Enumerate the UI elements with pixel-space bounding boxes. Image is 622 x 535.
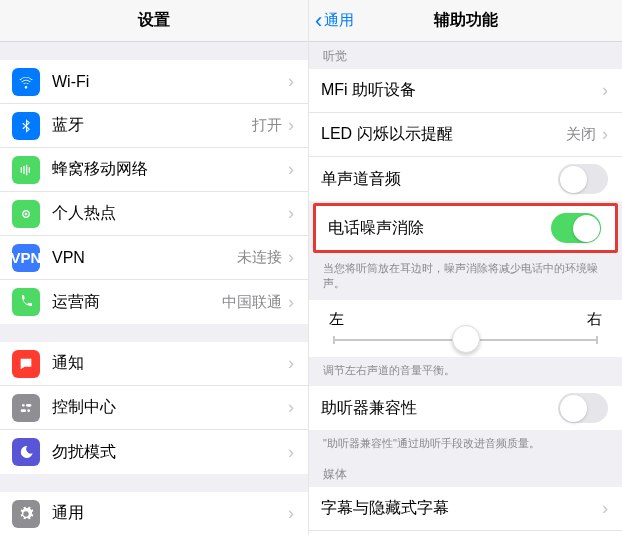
chevron-right-icon: › — [288, 115, 294, 136]
chevron-right-icon: › — [288, 203, 294, 224]
row-label: 通知 — [52, 353, 288, 374]
chevron-right-icon: › — [288, 247, 294, 268]
bluetooth-icon — [12, 112, 40, 140]
back-label: 通用 — [324, 11, 354, 30]
row-value: 未连接 — [237, 248, 282, 267]
row-label: 字幕与隐藏式字幕 — [321, 498, 602, 519]
row-label: 控制中心 — [52, 397, 288, 418]
row-label: VPN — [52, 249, 237, 267]
row-subtitles[interactable]: 字幕与隐藏式字幕 › — [309, 487, 622, 531]
svg-point-2 — [27, 409, 30, 412]
row-hearing-aid-compat[interactable]: 助听器兼容性 — [309, 386, 622, 430]
settings-row-controlcenter[interactable]: 控制中心› — [0, 386, 308, 430]
row-phone-noise-cancel[interactable]: 电话噪声消除 — [316, 206, 615, 250]
slider-thumb[interactable] — [452, 325, 480, 353]
row-label: 助听器兼容性 — [321, 398, 558, 419]
slider-right-label: 右 — [587, 310, 602, 329]
dnd-icon — [12, 438, 40, 466]
notifications-icon — [12, 350, 40, 378]
hotspot-icon — [12, 200, 40, 228]
chevron-right-icon: › — [288, 159, 294, 180]
chevron-right-icon: › — [288, 442, 294, 463]
settings-row-general[interactable]: 通用› — [0, 492, 308, 535]
toggle-hearing-aid[interactable] — [558, 393, 608, 423]
row-label: 勿扰模式 — [52, 442, 288, 463]
settings-row-vpn[interactable]: VPNVPN未连接› — [0, 236, 308, 280]
row-label: MFi 助听设备 — [321, 80, 602, 101]
row-value: 关闭 — [566, 125, 596, 144]
svg-rect-1 — [26, 404, 31, 407]
highlighted-row: 电话噪声消除 — [313, 203, 618, 253]
vpn-icon: VPN — [12, 244, 40, 272]
settings-row-hotspot[interactable]: 个人热点› — [0, 192, 308, 236]
row-label: Wi-Fi — [52, 73, 288, 91]
accessibility-pane: ‹ 通用 辅助功能 听觉 MFi 助听设备 › LED 闪烁以示提醒 关闭 › … — [309, 0, 622, 535]
settings-row-bluetooth[interactable]: 蓝牙打开› — [0, 104, 308, 148]
chevron-right-icon: › — [288, 397, 294, 418]
settings-row-dnd[interactable]: 勿扰模式› — [0, 430, 308, 474]
row-label: LED 闪烁以示提醒 — [321, 124, 566, 145]
row-label: 蓝牙 — [52, 115, 252, 136]
back-button[interactable]: ‹ 通用 — [315, 10, 354, 32]
toggle-noise-cancel[interactable] — [551, 213, 601, 243]
chevron-right-icon: › — [288, 292, 294, 313]
row-label: 蜂窝移动网络 — [52, 159, 288, 180]
controlcenter-icon — [12, 394, 40, 422]
chevron-right-icon: › — [602, 498, 608, 519]
row-led-flash[interactable]: LED 闪烁以示提醒 关闭 › — [309, 113, 622, 157]
settings-row-notifications[interactable]: 通知› — [0, 342, 308, 386]
row-value: 打开 — [252, 116, 282, 135]
nav-bar-left: 设置 — [0, 0, 308, 42]
row-label: 单声道音频 — [321, 169, 558, 190]
section-header-hearing: 听觉 — [309, 42, 622, 69]
chevron-right-icon: › — [288, 353, 294, 374]
page-title: 设置 — [138, 10, 170, 31]
section-header-media: 媒体 — [309, 460, 622, 487]
wifi-icon — [12, 68, 40, 96]
general-icon — [12, 500, 40, 528]
chevron-right-icon: › — [288, 503, 294, 524]
row-value: 中国联通 — [222, 293, 282, 312]
row-label: 运营商 — [52, 292, 222, 313]
row-mfi-hearing[interactable]: MFi 助听设备 › — [309, 69, 622, 113]
row-label: 个人热点 — [52, 203, 288, 224]
row-label: 通用 — [52, 503, 288, 524]
row-audio-description[interactable]: 口述影像 关闭 › — [309, 531, 622, 535]
section-footer: 调节左右声道的音量平衡。 — [309, 357, 622, 386]
settings-row-cellular[interactable]: 蜂窝移动网络› — [0, 148, 308, 192]
row-mono-audio[interactable]: 单声道音频 — [309, 157, 622, 201]
svg-point-0 — [22, 404, 25, 407]
settings-row-wifi[interactable]: Wi-Fi› — [0, 60, 308, 104]
slider-left-label: 左 — [329, 310, 344, 329]
row-label: 电话噪声消除 — [328, 218, 551, 239]
chevron-right-icon: › — [602, 80, 608, 101]
settings-row-carrier[interactable]: 运营商中国联通› — [0, 280, 308, 324]
nav-bar-right: ‹ 通用 辅助功能 — [309, 0, 622, 42]
svg-rect-3 — [21, 409, 26, 412]
toggle-mono-audio[interactable] — [558, 164, 608, 194]
carrier-icon — [12, 288, 40, 316]
settings-pane: 设置 Wi-Fi›蓝牙打开›蜂窝移动网络›个人热点›VPNVPN未连接›运营商中… — [0, 0, 309, 535]
chevron-left-icon: ‹ — [315, 10, 322, 32]
page-title: 辅助功能 — [434, 10, 498, 31]
chevron-right-icon: › — [602, 124, 608, 145]
balance-slider[interactable] — [333, 339, 598, 341]
balance-slider-row: 左 右 — [309, 300, 622, 357]
section-footer: "助听器兼容性"通过助听手段改进音频质量。 — [309, 430, 622, 459]
chevron-right-icon: › — [288, 71, 294, 92]
section-footer: 当您将听筒放在耳边时，噪声消除将减少电话中的环境噪声。 — [309, 255, 622, 300]
cellular-icon — [12, 156, 40, 184]
